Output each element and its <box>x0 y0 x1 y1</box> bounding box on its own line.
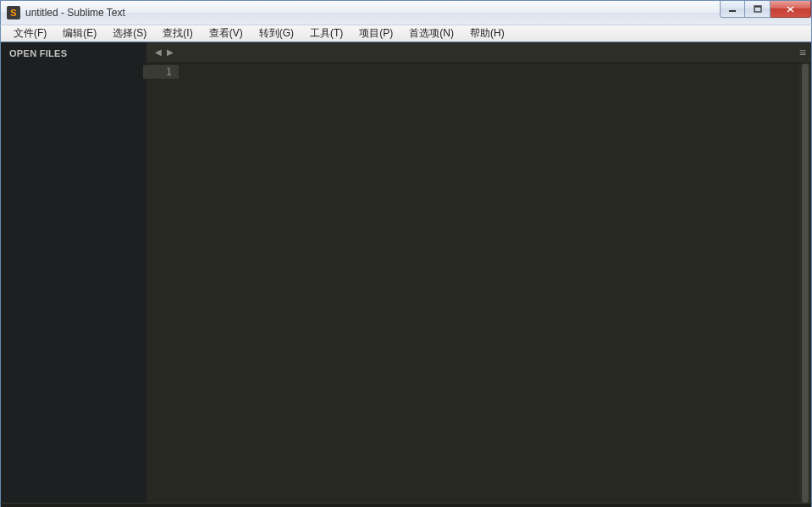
menu-edit[interactable]: 编辑(E) <box>55 25 105 42</box>
menu-tools[interactable]: 工具(T) <box>302 25 351 42</box>
sidebar: OPEN FILES <box>1 42 146 503</box>
vertical-scrollbar[interactable] <box>799 63 811 503</box>
tab-prev-icon[interactable]: ◀ <box>153 47 163 58</box>
tab-next-icon[interactable]: ▶ <box>165 47 175 58</box>
app-icon: S <box>7 6 20 19</box>
menu-select[interactable]: 选择(S) <box>105 25 155 42</box>
menu-view[interactable]: 查看(V) <box>202 25 251 42</box>
menu-project[interactable]: 项目(P) <box>351 25 401 42</box>
line-number: 1 <box>143 65 179 79</box>
open-files-label: OPEN FILES <box>1 42 146 64</box>
menu-file[interactable]: 文件(F) <box>6 25 55 42</box>
menu-goto[interactable]: 转到(G) <box>251 25 302 42</box>
scrollbar-thumb[interactable] <box>802 63 809 503</box>
code-line <box>179 63 811 77</box>
editor-region: ◀ ▶ ≡ 1 <box>146 42 811 503</box>
window-controls <box>720 1 811 18</box>
menu-bar: 文件(F) 编辑(E) 选择(S) 查找(I) 查看(V) 转到(G) 工具(T… <box>0 25 812 42</box>
workspace: OPEN FILES ◀ ▶ ≡ 1 <box>0 42 812 503</box>
editor-body: 1 <box>146 63 811 503</box>
minimize-button[interactable] <box>720 1 745 18</box>
tab-menu-icon[interactable]: ≡ <box>799 47 806 58</box>
window-title: untitled - Sublime Text <box>25 7 125 19</box>
close-button[interactable] <box>771 1 811 18</box>
code-area[interactable] <box>179 63 811 503</box>
app-icon-letter: S <box>10 8 16 18</box>
status-bar: Line 1, Column 1 Tab Size: 4 纯文本 <box>0 503 812 507</box>
window-titlebar: S untitled - Sublime Text <box>0 0 812 25</box>
maximize-button[interactable] <box>745 1 771 18</box>
gutter: 1 <box>146 63 179 503</box>
tab-nav: ◀ ▶ <box>146 47 175 58</box>
tab-bar: ◀ ▶ ≡ <box>146 42 811 63</box>
menu-preferences[interactable]: 首选项(N) <box>401 25 462 42</box>
menu-find[interactable]: 查找(I) <box>155 25 201 42</box>
menu-help[interactable]: 帮助(H) <box>462 25 513 42</box>
